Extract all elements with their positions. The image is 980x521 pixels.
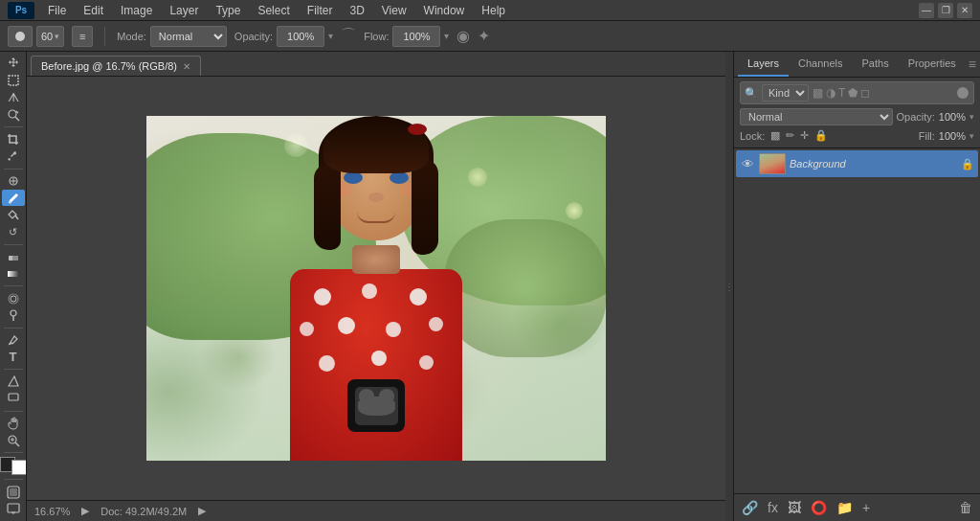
zoom-icon[interactable]: ▶ bbox=[81, 505, 89, 517]
crop-tool[interactable] bbox=[2, 131, 25, 147]
maximize-button[interactable]: ❐ bbox=[938, 3, 953, 18]
blend-mode-row: Normal Dissolve Multiply Opacity: 100% ▾ bbox=[740, 108, 974, 125]
zoom-tool[interactable] bbox=[2, 432, 25, 448]
lock-transparent-icon[interactable]: ▩ bbox=[770, 129, 780, 142]
menu-window[interactable]: Window bbox=[416, 2, 473, 19]
toolbar-separator-7 bbox=[4, 411, 23, 412]
panel-menu-button[interactable]: ≡ bbox=[969, 57, 976, 72]
toolbar-separator-5 bbox=[4, 328, 23, 328]
clone-stamp-tool[interactable] bbox=[2, 207, 25, 223]
toolbar-separator-2 bbox=[4, 169, 23, 170]
menu-view[interactable]: View bbox=[374, 2, 414, 19]
brush-size-control[interactable]: 60 ▾ bbox=[36, 26, 64, 47]
opacity-group: Opacity: ▾ bbox=[234, 26, 333, 47]
tab-properties[interactable]: Properties bbox=[899, 52, 966, 77]
menu-file[interactable]: File bbox=[40, 2, 74, 19]
document-tab[interactable]: Before.jpg @ 16.7% (RGB/8) ✕ bbox=[31, 56, 201, 76]
menu-type[interactable]: Type bbox=[208, 2, 248, 19]
dodge-tool[interactable] bbox=[2, 307, 25, 324]
filter-shape-icon[interactable]: ⬟ bbox=[848, 86, 858, 100]
doc-size: Doc: 49.2M/49.2M bbox=[100, 506, 187, 517]
minimize-button[interactable]: — bbox=[919, 3, 934, 18]
filter-type-icon[interactable]: T bbox=[838, 86, 845, 100]
opacity-dropdown-icon[interactable]: ▾ bbox=[969, 112, 974, 122]
filter-adjustment-icon[interactable]: ◑ bbox=[826, 86, 835, 100]
menu-image[interactable]: Image bbox=[113, 2, 160, 19]
document-tab-close[interactable]: ✕ bbox=[183, 61, 190, 72]
brush-tool[interactable] bbox=[2, 190, 25, 206]
add-mask-button[interactable]: 🖼 bbox=[786, 498, 803, 517]
hand-tool[interactable] bbox=[2, 415, 25, 431]
svg-rect-16 bbox=[9, 394, 18, 400]
tab-channels[interactable]: Channels bbox=[789, 52, 852, 77]
quick-mask-button[interactable] bbox=[2, 484, 25, 500]
color-picker[interactable] bbox=[0, 457, 27, 476]
type-tool[interactable]: T bbox=[2, 349, 25, 365]
panel-bottom-bar: 🔗 fx 🖼 ⭕ 📁 + 🗑 bbox=[734, 493, 980, 521]
link-layers-button[interactable]: 🔗 bbox=[740, 498, 760, 517]
lasso-tool[interactable]: ᗑ bbox=[2, 90, 25, 106]
adjustment-button[interactable]: ⭕ bbox=[809, 498, 829, 517]
tab-layers[interactable]: Layers bbox=[738, 52, 789, 77]
group-button[interactable]: 📁 bbox=[835, 498, 855, 517]
canvas-viewport[interactable] bbox=[27, 77, 725, 500]
zoom-level: 16.67% bbox=[34, 506, 70, 517]
menu-edit[interactable]: Edit bbox=[76, 2, 111, 19]
menu-layer[interactable]: Layer bbox=[162, 2, 206, 19]
history-brush-tool[interactable]: ↺ bbox=[2, 224, 25, 240]
layer-thumbnail bbox=[759, 153, 786, 174]
airbrush-icon[interactable]: ◉ bbox=[457, 27, 470, 45]
lock-image-icon[interactable]: ✏ bbox=[786, 129, 794, 142]
tab-channels-label: Channels bbox=[798, 57, 842, 69]
path-selection-tool[interactable] bbox=[2, 374, 25, 390]
blend-mode-select[interactable]: Normal Dissolve Multiply bbox=[740, 108, 893, 125]
menu-help[interactable]: Help bbox=[474, 2, 513, 19]
eyedropper-tool[interactable] bbox=[2, 148, 25, 165]
layer-visibility-icon[interactable]: 👁 bbox=[740, 157, 755, 171]
pressure-flow-icon[interactable]: ✦ bbox=[478, 27, 490, 45]
pen-tool[interactable] bbox=[2, 332, 25, 349]
blur-tool[interactable] bbox=[2, 290, 25, 306]
gradient-tool[interactable] bbox=[2, 266, 25, 283]
svg-rect-22 bbox=[10, 488, 17, 496]
kind-select[interactable]: Kind bbox=[762, 84, 809, 102]
menu-select[interactable]: Select bbox=[250, 2, 297, 19]
filter-pixel-icon[interactable]: ▩ bbox=[813, 86, 823, 100]
mode-select[interactable]: Normal Dissolve Multiply Screen bbox=[150, 26, 227, 47]
fill-dropdown-icon[interactable]: ▾ bbox=[969, 131, 974, 141]
flow-input[interactable] bbox=[392, 26, 440, 47]
layer-effects-button[interactable]: fx bbox=[766, 498, 780, 517]
ps-logo: Ps bbox=[8, 2, 34, 19]
close-button[interactable]: ✕ bbox=[957, 3, 972, 18]
layer-item-background[interactable]: 👁 Background 🔒 bbox=[736, 150, 978, 177]
pressure-opacity-icon[interactable]: ⌒ bbox=[341, 26, 356, 46]
screen-mode-button[interactable] bbox=[2, 501, 25, 517]
opacity-input[interactable] bbox=[277, 26, 324, 47]
tab-paths[interactable]: Paths bbox=[853, 52, 899, 77]
filter-toggle[interactable] bbox=[943, 87, 969, 99]
brush-settings-button[interactable]: ≡ bbox=[72, 26, 93, 47]
layers-list: 👁 Background 🔒 bbox=[734, 148, 980, 493]
panel-collapse-handle[interactable]: ⋮ bbox=[725, 52, 733, 521]
healing-tool[interactable] bbox=[2, 173, 25, 190]
eraser-tool[interactable] bbox=[2, 249, 25, 265]
forward-icon[interactable]: ▶ bbox=[198, 505, 206, 517]
dot-8 bbox=[319, 355, 335, 372]
shape-tool[interactable] bbox=[2, 391, 25, 407]
filter-smart-icon[interactable]: ◻ bbox=[860, 86, 870, 100]
menu-filter[interactable]: Filter bbox=[300, 2, 341, 19]
new-layer-button[interactable]: + bbox=[860, 498, 872, 517]
delete-layer-button[interactable]: 🗑 bbox=[957, 498, 974, 517]
lock-position-icon[interactable]: ✛ bbox=[800, 129, 809, 142]
opacity-dropdown-icon: ▾ bbox=[328, 31, 333, 41]
quick-select-tool[interactable] bbox=[2, 107, 25, 124]
tab-layers-label: Layers bbox=[747, 57, 779, 69]
marquee-tool[interactable] bbox=[2, 73, 25, 89]
menu-3d[interactable]: 3D bbox=[342, 2, 371, 19]
lock-all-icon[interactable]: 🔒 bbox=[814, 129, 828, 142]
dot-5 bbox=[338, 317, 355, 334]
background-color[interactable] bbox=[11, 460, 27, 475]
brush-preview[interactable] bbox=[8, 26, 33, 47]
filter-icons: ▩ ◑ T ⬟ ◻ bbox=[813, 86, 870, 100]
move-tool[interactable] bbox=[2, 56, 25, 72]
